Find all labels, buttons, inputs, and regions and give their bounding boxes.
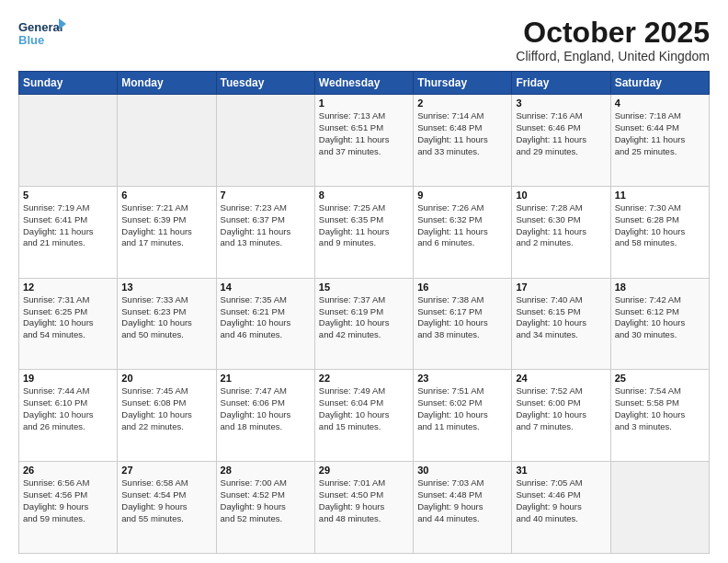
day-info: Sunrise: 7:40 AM Sunset: 6:15 PM Dayligh… — [516, 294, 606, 341]
day-info: Sunrise: 7:52 AM Sunset: 6:00 PM Dayligh… — [516, 385, 606, 432]
day-cell: 31Sunrise: 7:05 AM Sunset: 4:46 PM Dayli… — [512, 462, 610, 554]
day-number: 25 — [615, 373, 705, 384]
day-cell: 4Sunrise: 7:18 AM Sunset: 6:44 PM Daylig… — [610, 95, 709, 187]
day-cell: 16Sunrise: 7:38 AM Sunset: 6:17 PM Dayli… — [414, 278, 512, 370]
day-number: 15 — [319, 282, 409, 293]
day-info: Sunrise: 7:03 AM Sunset: 4:48 PM Dayligh… — [417, 477, 507, 524]
week-row-2: 5Sunrise: 7:19 AM Sunset: 6:41 PM Daylig… — [19, 186, 710, 278]
day-info: Sunrise: 7:21 AM Sunset: 6:39 PM Dayligh… — [121, 202, 211, 249]
logo-svg: General Blue — [18, 17, 66, 52]
day-info: Sunrise: 7:33 AM Sunset: 6:23 PM Dayligh… — [121, 294, 211, 341]
day-number: 17 — [516, 282, 606, 293]
day-number: 10 — [516, 190, 606, 201]
day-number: 4 — [615, 98, 705, 109]
calendar-header-row: SundayMondayTuesdayWednesdayThursdayFrid… — [19, 72, 710, 95]
day-info: Sunrise: 7:19 AM Sunset: 6:41 PM Dayligh… — [23, 202, 113, 249]
day-number: 31 — [516, 465, 606, 476]
day-info: Sunrise: 7:51 AM Sunset: 6:02 PM Dayligh… — [417, 385, 507, 432]
calendar: SundayMondayTuesdayWednesdayThursdayFrid… — [18, 71, 710, 554]
day-cell: 28Sunrise: 7:00 AM Sunset: 4:52 PM Dayli… — [216, 462, 314, 554]
day-cell: 22Sunrise: 7:49 AM Sunset: 6:04 PM Dayli… — [314, 370, 413, 462]
day-number: 3 — [516, 98, 606, 109]
week-row-1: 1Sunrise: 7:13 AM Sunset: 6:51 PM Daylig… — [19, 95, 710, 187]
day-cell: 23Sunrise: 7:51 AM Sunset: 6:02 PM Dayli… — [414, 370, 512, 462]
col-header-tuesday: Tuesday — [216, 72, 314, 95]
day-cell: 13Sunrise: 7:33 AM Sunset: 6:23 PM Dayli… — [118, 278, 216, 370]
day-number: 14 — [221, 282, 311, 293]
day-info: Sunrise: 7:25 AM Sunset: 6:35 PM Dayligh… — [319, 202, 409, 249]
day-info: Sunrise: 7:23 AM Sunset: 6:37 PM Dayligh… — [221, 202, 311, 249]
day-info: Sunrise: 7:13 AM Sunset: 6:51 PM Dayligh… — [319, 110, 409, 157]
logo: General Blue — [18, 17, 66, 52]
day-number: 30 — [417, 465, 507, 476]
day-number: 23 — [417, 373, 507, 384]
day-cell: 9Sunrise: 7:26 AM Sunset: 6:32 PM Daylig… — [414, 186, 512, 278]
day-cell: 14Sunrise: 7:35 AM Sunset: 6:21 PM Dayli… — [216, 278, 314, 370]
day-number: 29 — [319, 465, 409, 476]
col-header-friday: Friday — [512, 72, 610, 95]
week-row-3: 12Sunrise: 7:31 AM Sunset: 6:25 PM Dayli… — [19, 278, 710, 370]
day-info: Sunrise: 7:44 AM Sunset: 6:10 PM Dayligh… — [23, 385, 113, 432]
day-cell — [216, 95, 314, 187]
day-info: Sunrise: 7:31 AM Sunset: 6:25 PM Dayligh… — [23, 294, 113, 341]
day-cell: 24Sunrise: 7:52 AM Sunset: 6:00 PM Dayli… — [512, 370, 610, 462]
day-info: Sunrise: 7:38 AM Sunset: 6:17 PM Dayligh… — [417, 294, 507, 341]
day-cell — [19, 95, 118, 187]
day-number: 18 — [615, 282, 705, 293]
day-number: 6 — [121, 190, 211, 201]
day-cell: 15Sunrise: 7:37 AM Sunset: 6:19 PM Dayli… — [314, 278, 413, 370]
day-info: Sunrise: 7:18 AM Sunset: 6:44 PM Dayligh… — [615, 110, 705, 157]
day-info: Sunrise: 7:49 AM Sunset: 6:04 PM Dayligh… — [319, 385, 409, 432]
col-header-saturday: Saturday — [610, 72, 709, 95]
day-cell: 27Sunrise: 6:58 AM Sunset: 4:54 PM Dayli… — [118, 462, 216, 554]
day-number: 22 — [319, 373, 409, 384]
day-cell — [118, 95, 216, 187]
day-info: Sunrise: 7:00 AM Sunset: 4:52 PM Dayligh… — [221, 477, 311, 524]
day-info: Sunrise: 7:01 AM Sunset: 4:50 PM Dayligh… — [319, 477, 409, 524]
day-cell: 2Sunrise: 7:14 AM Sunset: 6:48 PM Daylig… — [414, 95, 512, 187]
day-cell: 19Sunrise: 7:44 AM Sunset: 6:10 PM Dayli… — [19, 370, 118, 462]
day-cell: 1Sunrise: 7:13 AM Sunset: 6:51 PM Daylig… — [314, 95, 413, 187]
day-number: 16 — [417, 282, 507, 293]
day-number: 5 — [23, 190, 113, 201]
day-cell: 17Sunrise: 7:40 AM Sunset: 6:15 PM Dayli… — [512, 278, 610, 370]
day-info: Sunrise: 7:45 AM Sunset: 6:08 PM Dayligh… — [121, 385, 211, 432]
day-cell: 21Sunrise: 7:47 AM Sunset: 6:06 PM Dayli… — [216, 370, 314, 462]
col-header-thursday: Thursday — [414, 72, 512, 95]
day-cell: 30Sunrise: 7:03 AM Sunset: 4:48 PM Dayli… — [414, 462, 512, 554]
day-info: Sunrise: 7:42 AM Sunset: 6:12 PM Dayligh… — [615, 294, 705, 341]
col-header-wednesday: Wednesday — [314, 72, 413, 95]
day-cell: 25Sunrise: 7:54 AM Sunset: 5:58 PM Dayli… — [610, 370, 709, 462]
day-number: 13 — [121, 282, 211, 293]
day-cell: 18Sunrise: 7:42 AM Sunset: 6:12 PM Dayli… — [610, 278, 709, 370]
svg-text:Blue: Blue — [18, 33, 44, 47]
day-number: 1 — [319, 98, 409, 109]
day-number: 27 — [121, 465, 211, 476]
day-cell: 29Sunrise: 7:01 AM Sunset: 4:50 PM Dayli… — [314, 462, 413, 554]
location: Clifford, England, United Kingdom — [516, 49, 710, 63]
day-cell: 10Sunrise: 7:28 AM Sunset: 6:30 PM Dayli… — [512, 186, 610, 278]
day-number: 21 — [221, 373, 311, 384]
day-number: 8 — [319, 190, 409, 201]
day-number: 26 — [23, 465, 113, 476]
day-info: Sunrise: 7:16 AM Sunset: 6:46 PM Dayligh… — [516, 110, 606, 157]
day-cell: 5Sunrise: 7:19 AM Sunset: 6:41 PM Daylig… — [19, 186, 118, 278]
month-title: October 2025 — [516, 17, 710, 49]
col-header-monday: Monday — [118, 72, 216, 95]
day-info: Sunrise: 6:56 AM Sunset: 4:56 PM Dayligh… — [23, 477, 113, 524]
day-info: Sunrise: 6:58 AM Sunset: 4:54 PM Dayligh… — [121, 477, 211, 524]
day-cell: 11Sunrise: 7:30 AM Sunset: 6:28 PM Dayli… — [610, 186, 709, 278]
day-cell: 6Sunrise: 7:21 AM Sunset: 6:39 PM Daylig… — [118, 186, 216, 278]
svg-text:General: General — [18, 20, 63, 34]
col-header-sunday: Sunday — [19, 72, 118, 95]
day-cell: 12Sunrise: 7:31 AM Sunset: 6:25 PM Dayli… — [19, 278, 118, 370]
day-cell: 20Sunrise: 7:45 AM Sunset: 6:08 PM Dayli… — [118, 370, 216, 462]
day-cell: 3Sunrise: 7:16 AM Sunset: 6:46 PM Daylig… — [512, 95, 610, 187]
day-info: Sunrise: 7:47 AM Sunset: 6:06 PM Dayligh… — [221, 385, 311, 432]
day-number: 2 — [417, 98, 507, 109]
day-number: 20 — [121, 373, 211, 384]
day-info: Sunrise: 7:14 AM Sunset: 6:48 PM Dayligh… — [417, 110, 507, 157]
day-cell: 26Sunrise: 6:56 AM Sunset: 4:56 PM Dayli… — [19, 462, 118, 554]
title-block: October 2025 Clifford, England, United K… — [516, 17, 710, 63]
day-info: Sunrise: 7:05 AM Sunset: 4:46 PM Dayligh… — [516, 477, 606, 524]
